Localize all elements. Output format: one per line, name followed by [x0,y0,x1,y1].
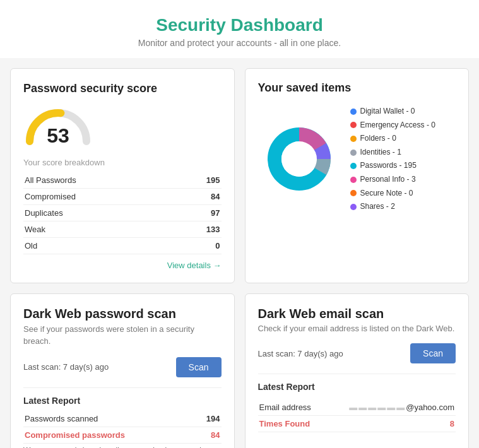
breakdown-label: All Passwords [23,172,175,189]
breakdown-label: Duplicates [23,205,175,221]
donut-chart-svg [258,118,340,200]
saved-items-title: Your saved items [258,81,456,95]
pw-scanned-label: Passwords scanned [23,411,194,427]
pw-report-table: Passwords scanned 194 Compromised passwo… [23,411,222,444]
legend-item: Folders - 0 [350,132,435,146]
breakdown-value: 195 [175,172,221,189]
table-row: All Passwords195 [23,172,222,189]
scan-row-email: Last scan: 7 day(s) ago Scan [258,343,456,363]
legend-item: Passwords - 195 [350,159,435,173]
view-details-link[interactable]: View details → [167,261,222,270]
email-address-value: ▬▬▬▬▬▬@yahoo.com [324,399,456,416]
legend-label: Digital Wallet - 0 [360,105,415,119]
breakdown-value: 0 [175,238,221,254]
table-row: Compromised passwords 84 [23,427,222,443]
saved-items-content: Digital Wallet - 0Emergency Access - 0Fo… [258,105,456,214]
blurred-email: ▬▬▬▬▬▬ [349,403,406,412]
view-details-pw[interactable]: View details → [23,261,222,270]
breakdown-label: Weak [23,221,175,238]
email-report-table: Email address ▬▬▬▬▬▬@yahoo.com Times Fou… [258,399,456,432]
legend-dot [350,122,357,128]
page-subtitle: Monitor and protect your accounts - all … [0,38,479,48]
legend-dot [350,150,357,156]
compromised-value: 84 [194,427,222,443]
latest-report-email-title: Latest Report [258,382,456,392]
table-row: Times Found 8 [258,416,456,432]
legend-label: Secure Note - 0 [360,187,413,201]
gauge: 53 [23,103,93,148]
score-number: 53 [47,124,69,148]
pw-scanned-value: 194 [194,411,222,427]
legend-item: Personal Info - 3 [350,173,435,187]
legend: Digital Wallet - 0Emergency Access - 0Fo… [350,105,435,214]
legend-label: Personal Info - 3 [360,173,416,187]
legend-item: Digital Wallet - 0 [350,105,435,119]
table-row: Passwords scanned 194 [23,411,222,427]
last-scan-email: Last scan: 7 day(s) ago [258,349,343,358]
breakdown-label: Your score breakdown [23,158,222,167]
latest-report-pw-title: Latest Report [23,396,222,406]
saved-items-card: Your saved items Digital Wallet - 0Emerg… [245,68,470,283]
page-header: Security Dashboard Monitor and protect y… [0,0,479,58]
password-score-title: Password security score [23,81,222,96]
breakdown-value: 97 [175,205,221,221]
legend-label: Folders - 0 [360,132,396,146]
dark-web-email-title: Dark Web email scan [258,307,456,321]
compromised-label: Compromised passwords [23,427,194,443]
legend-label: Emergency Access - 0 [360,119,435,133]
latest-report-pw: Latest Report Passwords scanned 194 Comp… [23,387,222,448]
legend-dot [350,109,357,115]
times-found-value: 8 [324,416,456,432]
dark-web-pw-title: Dark Web password scan [23,307,222,321]
scan-row-pw: Last scan: 7 day(s) ago Scan [23,357,222,377]
email-address-label: Email address [258,399,324,416]
legend-item: Emergency Access - 0 [350,119,435,133]
scan-email-button[interactable]: Scan [410,343,456,363]
table-row: Weak133 [23,221,222,238]
dashboard-grid: Password security score 53 Your score br… [0,58,479,448]
dark-web-pw-subtitle: See if your passwords were stolen in a s… [23,324,222,346]
dark-web-email-subtitle: Check if your email address is listed on… [258,324,456,333]
legend-label: Identities - 1 [360,146,401,160]
legend-item: Secure Note - 0 [350,187,435,201]
legend-dot [350,177,357,183]
table-row: Compromised84 [23,189,222,205]
legend-dot [350,190,357,196]
table-row: Old0 [23,238,222,254]
legend-dot [350,204,357,210]
last-scan-pw: Last scan: 7 day(s) ago [23,362,109,372]
breakdown-label: Old [23,238,175,254]
score-section: 53 [23,103,222,148]
breakdown-value: 133 [175,221,221,238]
breakdown-table: All Passwords195Compromised84Duplicates9… [23,172,222,254]
latest-report-email: Latest Report Email address ▬▬▬▬▬▬@yahoo… [258,374,456,432]
dark-web-email-card: Dark Web email scan Check if your email … [245,293,470,448]
legend-dot [350,163,357,169]
legend-label: Shares - 2 [360,200,395,214]
breakdown-value: 84 [175,189,221,205]
dark-web-pw-card: Dark Web password scan See if your passw… [10,293,235,448]
scan-pw-button[interactable]: Scan [176,357,222,377]
legend-dot [350,136,357,142]
page-title: Security Dashboard [0,15,479,35]
legend-label: Passwords - 195 [360,159,417,173]
table-row: Email address ▬▬▬▬▬▬@yahoo.com [258,399,456,416]
legend-item: Identities - 1 [350,146,435,160]
svg-point-2 [281,141,317,177]
email-domain: @yahoo.com [406,403,454,412]
times-found-label: Times Found [258,416,324,432]
table-row: Duplicates97 [23,205,222,221]
password-score-card: Password security score 53 Your score br… [10,68,235,283]
legend-item: Shares - 2 [350,200,435,214]
breakdown-label: Compromised [23,189,175,205]
